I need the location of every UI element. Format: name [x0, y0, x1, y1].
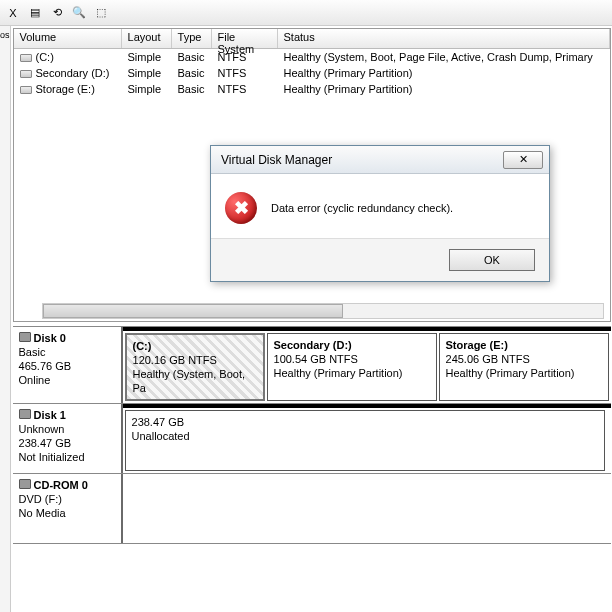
col-status[interactable]: Status: [278, 29, 610, 48]
volume-status: Healthy (Primary Partition): [278, 67, 610, 79]
volume-fs: NTFS: [212, 67, 278, 79]
disk-panel: Disk 0Basic465.76 GBOnline(C:)120.16 GB …: [13, 326, 611, 544]
dialog-message: Data error (cyclic redundancy check).: [271, 202, 453, 214]
disk-icon: [19, 409, 31, 419]
error-icon: ✖: [225, 192, 257, 224]
disk-info[interactable]: CD-ROM 0DVD (F:)No Media: [13, 474, 123, 543]
volume-row[interactable]: Storage (E:)SimpleBasicNTFSHealthy (Prim…: [14, 81, 610, 97]
dialog-close-button[interactable]: ✕: [503, 151, 543, 169]
error-dialog: Virtual Disk Manager ✕ ✖ Data error (cyc…: [210, 145, 550, 282]
volume-name: Secondary (D:): [36, 67, 110, 79]
disk-icon: [19, 332, 31, 342]
disk-partitions: (C:)120.16 GB NTFSHealthy (System, Boot,…: [123, 327, 611, 403]
volume-type: Basic: [172, 83, 212, 95]
volume-row[interactable]: (C:)SimpleBasicNTFSHealthy (System, Boot…: [14, 49, 610, 65]
left-rail: os: [0, 26, 11, 612]
partition[interactable]: (C:)120.16 GB NTFSHealthy (System, Boot,…: [125, 333, 265, 401]
volume-type: Basic: [172, 51, 212, 63]
disk-info[interactable]: Disk 1Unknown238.47 GBNot Initialized: [13, 404, 123, 473]
volume-name: (C:): [36, 51, 54, 63]
volume-name: Storage (E:): [36, 83, 95, 95]
disk-row: Disk 1Unknown238.47 GBNot Initialized238…: [13, 404, 611, 474]
scroll-thumb[interactable]: [43, 304, 343, 318]
volume-layout: Simple: [122, 67, 172, 79]
ok-button[interactable]: OK: [449, 249, 535, 271]
drive-icon: [20, 86, 32, 94]
toolbar-btn-1[interactable]: ▤: [26, 4, 44, 22]
disk-row: CD-ROM 0DVD (F:)No Media: [13, 474, 611, 544]
toolbar: X ▤ ⟲ 🔍 ⬚: [0, 0, 612, 26]
partition[interactable]: 238.47 GBUnallocated: [125, 410, 605, 471]
disk-partitions: [123, 474, 611, 543]
volume-list-header: Volume Layout Type File System Status: [14, 29, 610, 49]
volume-fs: NTFS: [212, 51, 278, 63]
disk-icon: [19, 479, 31, 489]
col-type[interactable]: Type: [172, 29, 212, 48]
disk-info[interactable]: Disk 0Basic465.76 GBOnline: [13, 327, 123, 403]
col-volume[interactable]: Volume: [14, 29, 122, 48]
volume-status: Healthy (System, Boot, Page File, Active…: [278, 51, 610, 63]
horizontal-scrollbar[interactable]: [42, 303, 604, 319]
dialog-body: ✖ Data error (cyclic redundancy check).: [211, 174, 549, 239]
volume-layout: Simple: [122, 51, 172, 63]
toolbar-btn-2[interactable]: ⟲: [48, 4, 66, 22]
volume-status: Healthy (Primary Partition): [278, 83, 610, 95]
disk-partitions: 238.47 GBUnallocated: [123, 404, 611, 473]
volume-type: Basic: [172, 67, 212, 79]
volume-fs: NTFS: [212, 83, 278, 95]
partition[interactable]: Storage (E:)245.06 GB NTFSHealthy (Prima…: [439, 333, 609, 401]
dialog-title: Virtual Disk Manager: [221, 153, 332, 167]
drive-icon: [20, 54, 32, 62]
col-layout[interactable]: Layout: [122, 29, 172, 48]
volume-row[interactable]: Secondary (D:)SimpleBasicNTFSHealthy (Pr…: [14, 65, 610, 81]
dialog-titlebar[interactable]: Virtual Disk Manager ✕: [211, 146, 549, 174]
partition[interactable]: Secondary (D:)100.54 GB NTFSHealthy (Pri…: [267, 333, 437, 401]
disk-row: Disk 0Basic465.76 GBOnline(C:)120.16 GB …: [13, 327, 611, 404]
toolbar-btn-0[interactable]: X: [4, 4, 22, 22]
toolbar-btn-4[interactable]: ⬚: [92, 4, 110, 22]
toolbar-btn-3[interactable]: 🔍: [70, 4, 88, 22]
volume-layout: Simple: [122, 83, 172, 95]
drive-icon: [20, 70, 32, 78]
col-filesystem[interactable]: File System: [212, 29, 278, 48]
